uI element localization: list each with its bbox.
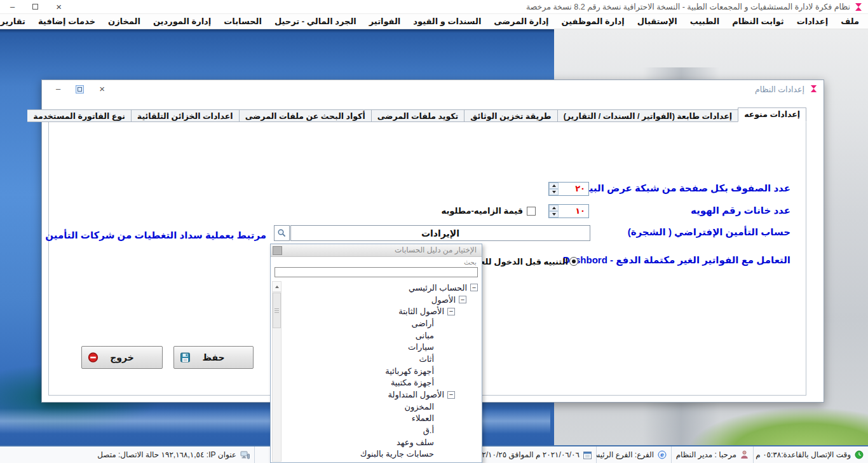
tree-item[interactable]: أ.ق <box>282 424 482 436</box>
titlebar: نظام فكرة لادارة المستشفيات و المجمعات ا… <box>0 0 868 14</box>
dialog-logo-icon <box>810 85 818 93</box>
menu-item[interactable]: السندات و القيود <box>407 15 487 27</box>
status-section-welcome: مرحبا : مدير النظام <box>671 446 753 463</box>
exit-button[interactable]: خروج <box>81 346 163 369</box>
save-button-label: حفظ <box>202 352 224 363</box>
menu-item[interactable]: ملف <box>834 15 865 27</box>
app-window: نظام فكرة لادارة المستشفيات و المجمعات ا… <box>0 0 868 463</box>
tree-item[interactable]: أجهزة كهربائية <box>282 365 482 377</box>
id-digits-label: عدد خانات رقم الهويه <box>691 205 790 216</box>
status-section-branch: e الفرع: الفرع الرئيسي <box>596 446 671 463</box>
tab[interactable]: إعدادات طابعة (الفواتير / السندات / التق… <box>558 109 738 122</box>
tree-item-label: العملاء <box>412 413 434 423</box>
tree-item[interactable]: −الحساب الرئيسي <box>282 282 482 294</box>
calendar-icon <box>583 451 592 459</box>
tree-item-label: أ.ق <box>423 425 434 435</box>
tab[interactable]: إعدادات منوعه <box>738 107 806 122</box>
dialog-title: إعدادات النظام <box>755 85 804 94</box>
tree-item[interactable]: أثاث <box>282 353 482 365</box>
menu-item[interactable]: خدمات إضافية <box>32 15 102 27</box>
dropdown-header-button[interactable] <box>273 246 282 255</box>
menu-item[interactable]: الطبيب <box>684 15 726 27</box>
tree-item-label: الأصول <box>431 295 456 305</box>
accounts-tree: −الحساب الرئيسي−الأصول−الأصول الثابتةأرا… <box>271 280 482 462</box>
tree-expander-icon[interactable]: − <box>447 308 455 315</box>
tree-scrollbar[interactable] <box>272 281 281 462</box>
tree-item[interactable]: أجهزة مكتبية <box>282 377 482 389</box>
tab[interactable]: تكويد ملفات المرضى <box>372 109 465 122</box>
account-search-button[interactable] <box>274 225 290 241</box>
tree-expander-icon[interactable]: − <box>459 296 466 303</box>
close-button[interactable]: × <box>56 1 62 13</box>
menu-item[interactable]: إدارة الموظفين <box>555 15 631 27</box>
tree-item[interactable]: حسابات جارية بالبنوك <box>282 448 482 460</box>
dialog-close-button[interactable]: × <box>99 83 105 95</box>
tree-expander-icon[interactable]: − <box>447 391 455 399</box>
minimize-button[interactable]: – <box>10 1 15 13</box>
scroll-thumb[interactable] <box>273 293 281 328</box>
tree-item-label: أجهزة كهربائية <box>385 366 434 376</box>
menu-item[interactable]: الحسابات <box>217 15 268 27</box>
menu-item[interactable]: الفواتير <box>363 15 407 27</box>
menu-item[interactable]: ثوابت النظام <box>726 15 790 27</box>
tree-item[interactable]: المخزون <box>282 401 482 413</box>
tree-item-label: حسابات جارية بالبنوك <box>360 449 434 459</box>
grid-rows-value: ٢٠ <box>559 183 588 195</box>
id-required-checkbox[interactable] <box>527 207 536 216</box>
exit-button-label: خروج <box>110 352 134 363</box>
menu-item[interactable]: الإستقبال <box>631 15 684 27</box>
maximize-button[interactable] <box>32 1 38 13</box>
dialog-maximize-button[interactable] <box>76 85 84 93</box>
menu-item[interactable]: تقارير المخازن <box>0 15 32 27</box>
insurance-account-combobox[interactable]: الإيرادات <box>290 225 590 241</box>
dialog-minimize-button[interactable]: – <box>56 83 60 95</box>
user-icon <box>740 450 749 459</box>
tree-item[interactable]: −الأصول الثابتة <box>282 305 482 317</box>
menu-item[interactable]: إعدادات <box>790 15 835 27</box>
dropdown-search-input[interactable] <box>275 267 478 277</box>
id-digits-spinner[interactable]: ١٠ <box>548 204 589 218</box>
spinner-buttons <box>549 205 559 218</box>
menu-item[interactable]: إدارة المرضى <box>487 15 555 27</box>
tree-item[interactable]: −الأصول <box>282 294 482 306</box>
spinner-buttons <box>549 183 559 195</box>
spinner-down-button[interactable] <box>549 189 559 195</box>
status-section-ip: عنوان IP: ١٩٢,١٦٨,١,٥٤ حالة الاتصال: متص… <box>0 446 254 463</box>
status-section-db-time: وقت الإتصال بالقاعدة:٠٥:٣٨ م <box>753 446 868 463</box>
tree-item-label: سلف وعهد <box>397 438 434 447</box>
network-icon <box>240 451 250 459</box>
menu-item[interactable]: المخازن <box>102 15 147 27</box>
exit-icon <box>88 352 98 363</box>
date-text: ٢٠٢١/٠٦/٠٦ م الموافق ١٤٤٢/١٠/٢٥ <box>470 450 580 459</box>
spinner-up-button[interactable] <box>549 205 559 211</box>
dialog-controls: – × <box>56 83 105 95</box>
insurance-linked-label: مرتبط بعملية سداد التغطيات من شركات التأ… <box>45 230 266 241</box>
tree-item[interactable]: سيارات <box>282 341 482 353</box>
tab[interactable]: أكواد البحث عن ملفات المرضى <box>240 109 372 122</box>
welcome-text: مرحبا : مدير النظام <box>676 450 736 459</box>
tab[interactable]: اعدادات الخزائن التلقائية <box>132 109 240 122</box>
tree-item-label: أثاث <box>419 354 434 364</box>
db-time-text: وقت الإتصال بالقاعدة:٠٥:٣٨ م <box>756 450 851 459</box>
tree-item[interactable]: −الأصول المتداولة <box>282 389 482 401</box>
tab[interactable]: نوع الفاتورة المستخدمة <box>27 109 132 122</box>
tree-item[interactable]: العملاء <box>282 413 482 425</box>
save-button[interactable]: حفظ <box>173 346 254 369</box>
spinner-down-button[interactable] <box>549 211 559 218</box>
spinner-up-button[interactable] <box>549 183 559 189</box>
tree-item[interactable]: أراضى <box>282 317 482 329</box>
unpaid-option-radio[interactable] <box>569 257 578 266</box>
ip-text: عنوان IP: ١٩٢,١٦٨,١,٥٤ حالة الاتصال: متص… <box>97 450 236 459</box>
unpaid-invoices-label: التعامل مع الفواتير الغير مكتملة الدفع -… <box>563 254 790 266</box>
clock-icon <box>855 450 864 459</box>
tree-item[interactable]: سلف وعهد <box>282 436 482 448</box>
menu-item[interactable]: إدارة الموردين <box>147 15 217 27</box>
scroll-up-button[interactable] <box>273 282 281 292</box>
tree-item-label: الأصول المتداولة <box>388 390 445 399</box>
tree-item[interactable]: مبانى <box>282 329 482 342</box>
tree-expander-icon[interactable]: − <box>470 284 478 291</box>
grid-rows-spinner[interactable]: ٢٠ <box>548 182 589 196</box>
menu-item[interactable]: الجرد المالي - ترحيل <box>268 15 363 27</box>
tree-item-label: المخزون <box>405 402 434 411</box>
tab[interactable]: طريقة تخزين الوثائق <box>465 109 557 122</box>
